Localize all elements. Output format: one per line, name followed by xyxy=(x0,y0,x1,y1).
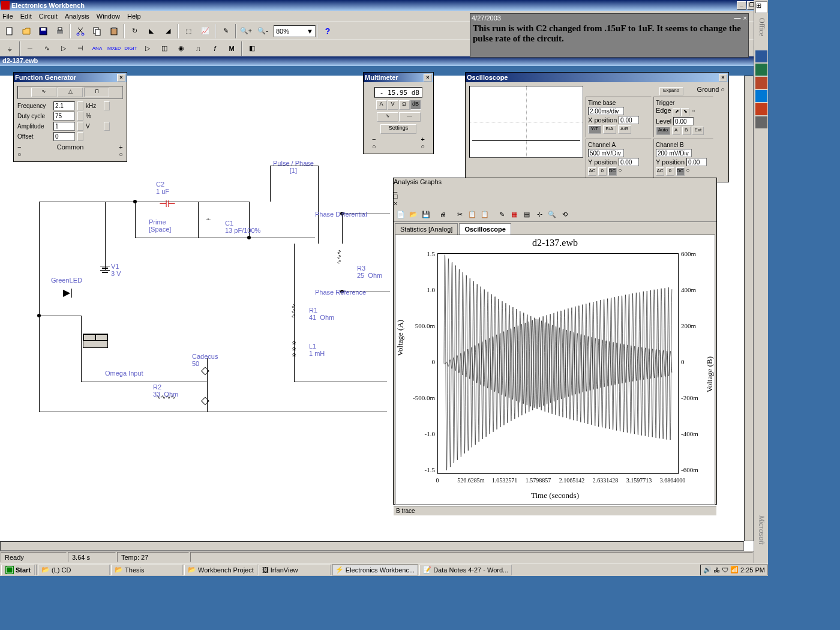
note-close-icon[interactable]: × xyxy=(743,14,747,22)
scope-instrument-icon[interactable] xyxy=(83,334,108,348)
mm-settings-button[interactable]: Settings xyxy=(380,124,416,134)
tray-icon[interactable]: 🖧 xyxy=(713,566,720,574)
analysis-min-button[interactable]: _ xyxy=(394,185,716,193)
offset-input[interactable] xyxy=(53,132,75,141)
taskbar-item[interactable]: 📝Data Notes 4-27 - Word... xyxy=(419,565,512,575)
cut-button[interactable] xyxy=(73,24,88,38)
menu-analysis[interactable]: Analysis xyxy=(65,13,89,20)
access-icon[interactable] xyxy=(755,103,767,115)
graph-button[interactable]: 📈 xyxy=(197,24,213,38)
cadecus-symbol2[interactable]: ◇ xyxy=(201,394,209,407)
flip-h-button[interactable]: ◣ xyxy=(143,24,159,38)
start-button[interactable]: Start xyxy=(1,565,35,575)
mm-ac-button[interactable]: ∿ xyxy=(377,112,398,122)
an-new-icon[interactable]: 📄 xyxy=(395,208,407,220)
function-generator-window[interactable]: Function Generator× ∿ △ ⊓ FrequencykHz D… xyxy=(13,72,127,162)
vertical-scrollbar[interactable] xyxy=(744,76,754,541)
capacitor-c1-symbol[interactable]: ⫠ xyxy=(204,214,212,223)
tab-oscilloscope[interactable]: Oscilloscope xyxy=(459,223,511,235)
rotate-button[interactable]: ↻ xyxy=(127,24,142,38)
menu-circuit[interactable]: Circuit xyxy=(39,13,58,20)
freq-spinner[interactable] xyxy=(77,101,83,110)
an-print-icon[interactable]: 🖨 xyxy=(437,208,449,220)
an-zoom-icon[interactable]: 🔍 xyxy=(546,208,558,220)
mm-v-button[interactable]: V xyxy=(388,100,398,110)
an-open-icon[interactable]: 📂 xyxy=(407,208,419,220)
wave-square-button[interactable]: ⊓ xyxy=(84,88,109,97)
menu-edit[interactable]: Edit xyxy=(20,13,32,20)
duty-input[interactable] xyxy=(53,112,75,121)
tray-icon[interactable]: 🛡 xyxy=(722,566,728,574)
cha-vdiv-input[interactable] xyxy=(588,149,624,157)
an-copy-icon[interactable]: 📋 xyxy=(466,208,478,220)
digital-icon[interactable]: ◫ xyxy=(157,41,172,56)
led-symbol[interactable]: ▶| xyxy=(63,287,73,298)
open-button[interactable] xyxy=(19,24,34,38)
zoom-in-button[interactable]: 🔍+ xyxy=(238,24,254,38)
mm-ohm-button[interactable]: Ω xyxy=(399,100,410,110)
timebase-input[interactable] xyxy=(588,107,624,115)
mm-a-button[interactable]: A xyxy=(376,100,387,110)
zoom-combo[interactable]: 80%▼ xyxy=(274,25,316,37)
instruments-icon[interactable]: M xyxy=(224,41,239,56)
taskbar-item[interactable]: 📂Thesis xyxy=(111,565,183,575)
diode-icon[interactable]: ▷ xyxy=(56,41,71,56)
analysis-close-button[interactable]: × xyxy=(394,200,716,207)
flip-v-button[interactable]: ◢ xyxy=(160,24,176,38)
new-button[interactable] xyxy=(2,24,17,38)
freq-input[interactable] xyxy=(53,101,75,110)
tab-statistics[interactable]: Statistics [Analog] xyxy=(395,223,458,235)
an-restore-icon[interactable]: ⟲ xyxy=(559,208,571,220)
an-legend-icon[interactable]: ▤ xyxy=(521,208,533,220)
outlook-icon[interactable] xyxy=(755,90,767,102)
transistor-icon[interactable]: ⊣ xyxy=(73,41,88,56)
multimeter-close-button[interactable]: × xyxy=(424,74,432,82)
resistor-r1-symbol[interactable]: ∿∿∿ xyxy=(290,304,297,318)
copy-button[interactable] xyxy=(89,24,105,38)
excel-icon[interactable] xyxy=(755,64,767,76)
paste-button[interactable] xyxy=(106,24,122,38)
menu-window[interactable]: Window xyxy=(97,13,120,20)
taskbar-item-active[interactable]: ⚡Electronics Workbenc... xyxy=(332,565,418,575)
system-tray[interactable]: 🔊 🖧 🛡 📶 2:25 PM xyxy=(700,565,768,575)
chb-vdiv-input[interactable] xyxy=(656,149,692,157)
an-props-icon[interactable]: ✎ xyxy=(496,208,508,220)
zoom-out-button[interactable]: 🔍- xyxy=(255,24,271,38)
wave-sine-button[interactable]: ∿ xyxy=(31,88,56,97)
mm-db-button[interactable]: dB xyxy=(410,100,421,110)
scope-expand-button[interactable]: Expand xyxy=(659,87,683,95)
subcircuit-button[interactable]: ⬚ xyxy=(181,24,196,38)
resistor-r3-symbol[interactable]: ∿∿∿ xyxy=(336,250,343,264)
note-minimize-icon[interactable]: — xyxy=(734,14,741,22)
component-props-button[interactable]: ✎ xyxy=(218,24,233,38)
amp-input[interactable] xyxy=(53,122,75,131)
horizontal-scrollbar[interactable] xyxy=(0,541,744,551)
minimize-button[interactable]: _ xyxy=(737,1,746,10)
word-icon[interactable] xyxy=(755,50,767,62)
analysis-max-button[interactable]: □ xyxy=(394,193,716,200)
misc-icon[interactable]: f xyxy=(207,41,223,56)
capacitor-c2-symbol[interactable]: ⊣⊢ xyxy=(159,198,176,209)
inductor-l1-symbol[interactable]: ᘯᘯᘯ xyxy=(290,340,298,358)
analog-ic-icon[interactable]: ANA xyxy=(89,41,105,56)
basic-icon[interactable]: ─ xyxy=(22,41,38,56)
taskbar-item[interactable]: 📂Workbench Project xyxy=(184,565,257,575)
misc-icon[interactable] xyxy=(755,116,767,128)
control-icon[interactable]: ⎍ xyxy=(190,41,206,56)
wave-tri-button[interactable]: △ xyxy=(58,88,83,97)
logic-gate-icon[interactable]: ▷ xyxy=(140,41,155,56)
resistor-icon[interactable]: ∿ xyxy=(39,41,55,56)
help-button[interactable]: ? xyxy=(320,24,335,38)
mixed-ic-icon[interactable]: MIXED xyxy=(106,41,122,56)
an-cursor-icon[interactable]: ⊹ xyxy=(533,208,545,220)
mm-dc-button[interactable]: — xyxy=(399,112,421,122)
an-cut-icon[interactable]: ✂ xyxy=(454,208,466,220)
digital-ic-icon[interactable]: DIGIT xyxy=(123,41,139,56)
an-save-icon[interactable]: 💾 xyxy=(420,208,432,220)
save-button[interactable] xyxy=(35,24,51,38)
taskbar-item[interactable]: 📂(L) CD xyxy=(38,565,110,575)
office-logo-icon[interactable]: ⊞ xyxy=(755,1,767,13)
an-paste-icon[interactable]: 📋 xyxy=(479,208,491,220)
menu-help[interactable]: Help xyxy=(127,13,141,20)
powerpoint-icon[interactable] xyxy=(755,77,767,89)
